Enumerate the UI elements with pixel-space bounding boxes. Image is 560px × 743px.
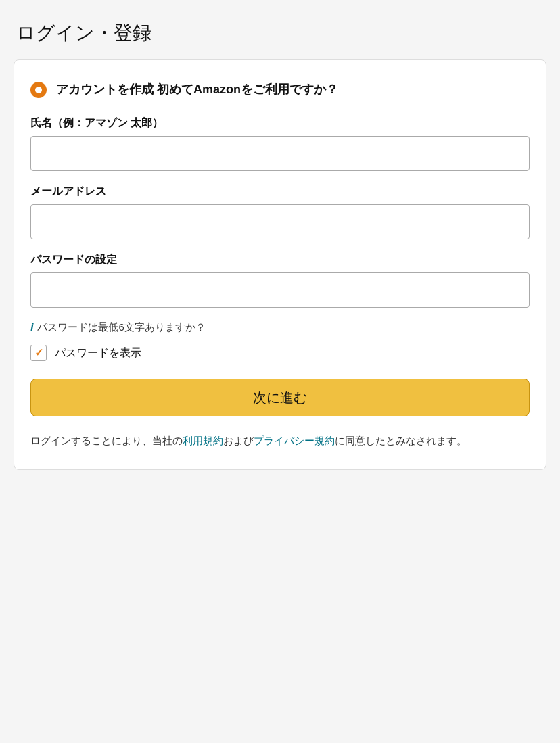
show-password-row[interactable]: ✓ パスワードを表示 — [30, 345, 530, 361]
email-field-group: メールアドレス — [30, 185, 530, 239]
privacy-link[interactable]: プライバシー規約 — [254, 435, 335, 446]
info-icon: i — [30, 322, 33, 334]
page-title: ログイン・登録 — [14, 20, 546, 46]
show-password-label: パスワードを表示 — [55, 346, 141, 360]
checkmark-icon: ✓ — [34, 347, 43, 358]
name-field-label: 氏名（例：アマゾン 太郎） — [30, 116, 530, 130]
legal-middle: および — [223, 435, 254, 446]
submit-button[interactable]: 次に進む — [30, 379, 530, 416]
password-field-label: パスワードの設定 — [30, 253, 530, 267]
name-input[interactable] — [30, 136, 530, 171]
password-input[interactable] — [30, 272, 530, 308]
login-card: アカウントを作成 初めてAmazonをご利用ですか？ 氏名（例：アマゾン 太郎）… — [14, 59, 546, 470]
show-password-checkbox[interactable]: ✓ — [30, 345, 47, 361]
account-option-label: アカウントを作成 初めてAmazonをご利用ですか？ — [56, 80, 338, 99]
email-input[interactable] — [30, 204, 530, 239]
email-field-label: メールアドレス — [30, 185, 530, 199]
name-field-group: 氏名（例：アマゾン 太郎） — [30, 116, 530, 171]
password-hint-row: i パスワードは最低6文字ありますか？ — [30, 321, 530, 334]
legal-suffix: に同意したとみなされます。 — [335, 435, 467, 446]
account-radio-button[interactable] — [30, 82, 47, 98]
legal-text: ログインすることにより、当社の利用規約およびプライバシー規約に同意したとみなされ… — [30, 433, 530, 449]
account-option-row[interactable]: アカウントを作成 初めてAmazonをご利用ですか？ — [30, 80, 530, 99]
legal-prefix: ログインすることにより、当社の — [30, 435, 183, 446]
terms-link[interactable]: 利用規約 — [183, 435, 223, 446]
password-field-group: パスワードの設定 — [30, 253, 530, 308]
password-hint-text: パスワードは最低6文字ありますか？ — [37, 321, 205, 334]
